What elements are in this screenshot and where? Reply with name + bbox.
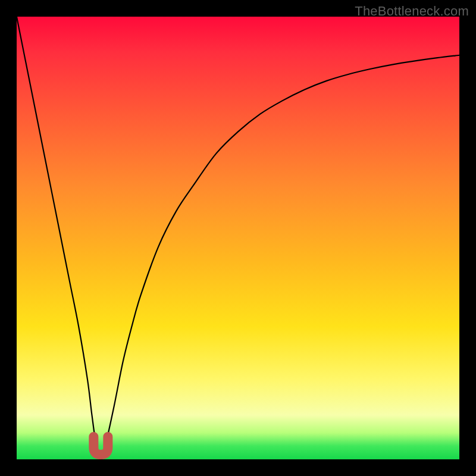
curve-layer [17, 17, 459, 459]
watermark-label: TheBottleneck.com [355, 4, 469, 19]
plot-area [17, 17, 459, 459]
chart-frame: TheBottleneck.com [0, 0, 476, 476]
optimum-marker-icon [93, 437, 108, 455]
bottleneck-curve [17, 17, 459, 459]
